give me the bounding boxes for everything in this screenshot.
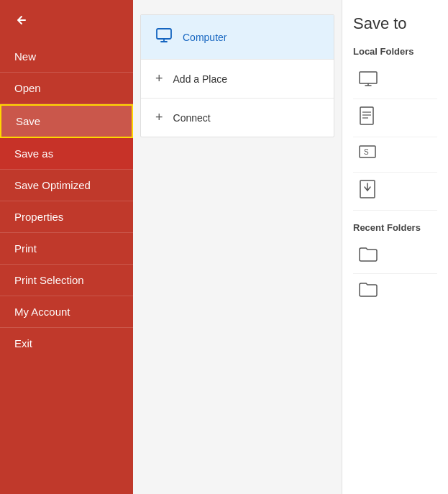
sidebar-item-open[interactable]: Open [0, 73, 133, 104]
folder-item-desktop[interactable] [353, 63, 437, 99]
svg-text:S: S [364, 148, 369, 156]
svg-rect-0 [157, 29, 171, 39]
right-panel: Save to Local Folders [342, 0, 448, 494]
connect-label: Connect [173, 112, 211, 124]
svg-rect-3 [360, 72, 377, 83]
sidebar-item-save-optimized-label: Save Optimized [14, 179, 91, 191]
connect-icon: + [155, 110, 163, 125]
sidebar-item-save-optimized[interactable]: Save Optimized [0, 170, 133, 201]
folder-item-documents[interactable] [353, 99, 437, 137]
computer-label: Computer [183, 32, 227, 43]
sidebar-item-properties[interactable]: Properties [0, 201, 133, 233]
add-place-label: Add a Place [173, 73, 228, 85]
back-button[interactable] [0, 0, 133, 41]
sidebar-item-exit[interactable]: Exit [0, 328, 133, 359]
sidebar-item-save-label: Save [16, 115, 40, 127]
folder-item-slides[interactable]: S [353, 137, 437, 173]
sidebar-item-properties-label: Properties [14, 211, 63, 223]
local-folders-label: Local Folders [353, 46, 437, 57]
desktop-folder-icon [359, 70, 378, 91]
sidebar-item-my-account[interactable]: My Account [0, 296, 133, 328]
place-computer[interactable]: Computer [141, 15, 334, 60]
sidebar-item-print-selection[interactable]: Print Selection [0, 265, 133, 296]
recent-folder-2-icon [359, 281, 378, 301]
sidebar-item-save[interactable]: Save [0, 104, 133, 138]
folder-item-recent-1[interactable] [353, 239, 437, 274]
sidebar-item-save-as[interactable]: Save as [0, 138, 133, 170]
add-place-icon: + [155, 71, 163, 86]
right-panel-title: Save to [353, 14, 437, 33]
place-list: Computer + Add a Place + Connect [140, 14, 334, 137]
sidebar: New Open Save Save as Save Optimized Pro… [0, 0, 133, 494]
computer-icon [155, 27, 173, 47]
main-area: Computer + Add a Place + Connect Save to… [133, 0, 448, 494]
documents-folder-icon [359, 106, 375, 129]
sidebar-item-print-selection-label: Print Selection [14, 274, 84, 286]
recent-folder-1-icon [359, 246, 378, 266]
place-connect[interactable]: + Connect [141, 99, 334, 137]
sidebar-item-new-label: New [14, 50, 36, 63]
sidebar-item-print[interactable]: Print [0, 233, 133, 265]
places-panel: Computer + Add a Place + Connect [133, 0, 342, 494]
sidebar-item-save-as-label: Save as [14, 147, 53, 160]
recent-folders-label: Recent Folders [353, 222, 437, 233]
sidebar-item-exit-label: Exit [14, 337, 32, 349]
place-add-place[interactable]: + Add a Place [141, 60, 334, 99]
sidebar-item-open-label: Open [14, 82, 41, 94]
sidebar-item-print-label: Print [14, 242, 37, 255]
svg-rect-6 [360, 107, 373, 124]
sidebar-item-my-account-label: My Account [14, 306, 70, 318]
folder-item-recent-2[interactable] [353, 274, 437, 308]
folder-item-downloads[interactable] [353, 173, 437, 211]
slides-folder-icon: S [359, 145, 376, 165]
downloads-folder-icon [359, 180, 376, 203]
sidebar-item-new[interactable]: New [0, 41, 133, 73]
